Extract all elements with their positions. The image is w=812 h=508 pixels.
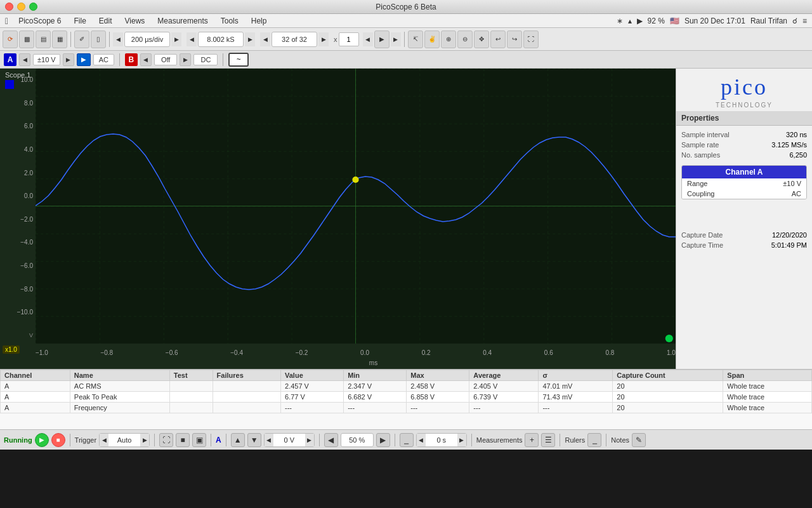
zoom-prev-btn[interactable]: ◀ — [324, 433, 338, 447]
rulers-btn[interactable]: ⎯ — [587, 433, 601, 447]
persistence-btn[interactable]: ▯ — [91, 30, 106, 48]
search-icon[interactable]: ☌ — [792, 17, 797, 25]
menu-picoscope[interactable]: PicoScope 6 — [13, 15, 66, 27]
voltage-prev[interactable]: ◀ — [265, 434, 273, 446]
waveform-type-btn-1[interactable]: ⟳ — [3, 30, 18, 48]
trigger-down-btn[interactable]: ▼ — [247, 433, 261, 447]
x-axis: −1.0 −0.8 −0.6 −0.4 −0.2 0.0 0.2 0.4 0.6… — [36, 349, 676, 356]
title-bar: PicoScope 6 Beta — [0, 0, 812, 14]
zoom-in-btn[interactable]: ⊕ — [441, 30, 456, 48]
rulers-label: Rulers — [565, 436, 585, 444]
cell-2-6: --- — [407, 403, 469, 413]
run-button[interactable]: ▶ — [35, 433, 49, 447]
play-btn[interactable]: ▶ — [374, 30, 390, 48]
voltage-next[interactable]: ▶ — [305, 434, 314, 446]
menu-tools[interactable]: Tools — [216, 15, 244, 27]
channel-b-prev[interactable]: ◀ — [140, 53, 152, 66]
expand-btn[interactable]: ⛶ — [159, 433, 173, 447]
col-header-span: Span — [723, 370, 812, 381]
timebase-prev[interactable]: ◀ — [113, 32, 123, 46]
list-icon[interactable]: ≡ — [802, 17, 807, 25]
zoom-next-btn[interactable]: ▶ — [376, 433, 390, 447]
pico-logo-text: pico — [716, 74, 773, 100]
trigger-prev[interactable]: ◀ — [100, 434, 108, 446]
col-header-min: Min — [344, 370, 407, 381]
pan-btn[interactable]: ✌ — [424, 30, 440, 48]
undo-btn[interactable]: ↩ — [490, 30, 506, 48]
channel-a-coupling[interactable]: AC — [93, 54, 114, 65]
trigger-next[interactable]: ▶ — [140, 434, 149, 446]
cell-1-1: Peak To Peak — [70, 392, 169, 403]
time-next[interactable]: ▶ — [457, 434, 466, 446]
y-label-6: 6.0 — [24, 123, 36, 130]
fit-btn[interactable]: ▣ — [192, 433, 206, 447]
zoom-fit-btn[interactable]: ✥ — [474, 30, 489, 48]
cell-1-8: 71.43 mV — [539, 392, 613, 403]
capture-time-value: 5:01:49 PM — [771, 241, 807, 249]
y-label-8: 8.0 — [24, 100, 36, 107]
sample-rate-label: Sample rate — [681, 141, 719, 149]
waveform-type-btn-4[interactable]: ▦ — [52, 30, 67, 48]
measurements-area: Channel Name Test Failures Value Min Max… — [0, 369, 812, 429]
channel-b-coupling: DC — [193, 54, 218, 65]
menu-file[interactable]: File — [69, 15, 91, 27]
close-button[interactable] — [5, 3, 13, 11]
wifi-icon: ▴ — [628, 17, 632, 25]
channel-a-prev[interactable]: ◀ — [19, 53, 30, 66]
waveform-type-btn-3[interactable]: ▤ — [36, 30, 51, 48]
channel-bar: A ◀ ±10 V ▶ ▶ AC B ◀ Off ▶ DC ~ — [0, 51, 812, 69]
y-label-4: 4.0 — [24, 146, 36, 153]
time-prev[interactable]: ◀ — [417, 434, 426, 446]
redo-btn[interactable]: ↪ — [507, 30, 522, 48]
math-channel-btn[interactable]: ~ — [228, 53, 249, 67]
maximize-button[interactable] — [29, 3, 37, 11]
measurements-table: Channel Name Test Failures Value Min Max… — [0, 370, 812, 413]
x-label-08: 0.8 — [605, 349, 614, 356]
status-sep-1 — [70, 434, 70, 446]
channel-a-play[interactable]: ▶ — [77, 53, 91, 66]
waveform-type-btn-2[interactable]: ▩ — [19, 30, 34, 48]
channel-info-box: Channel A Range ±10 V Coupling AC — [681, 165, 807, 199]
x-label-neg1: −1.0 — [36, 349, 48, 356]
zoom-out-btn[interactable]: ⊖ — [457, 30, 473, 48]
menu-measurements[interactable]: Measurements — [152, 15, 213, 27]
menu-views[interactable]: Views — [120, 15, 150, 27]
samples-next[interactable]: ▶ — [245, 32, 255, 46]
minimize-button[interactable] — [17, 3, 25, 11]
channel-a-color-indicator — [5, 80, 14, 89]
trigger-channel-label: A — [216, 436, 221, 444]
collapse-btn[interactable]: ■ — [176, 433, 190, 447]
playback-prev[interactable]: ◀ — [363, 32, 373, 46]
trigger-mode-value: Auto — [108, 436, 140, 444]
timebase-next[interactable]: ▶ — [171, 32, 181, 46]
menu-help[interactable]: Help — [246, 15, 272, 27]
capture-prev[interactable]: ◀ — [260, 32, 270, 46]
ruler-icon-btn[interactable]: ⎯ — [400, 433, 414, 447]
capture-group: 32 of 32 — [272, 32, 317, 47]
playback-next[interactable]: ▶ — [391, 32, 401, 46]
stop-button[interactable]: ■ — [51, 433, 65, 447]
measurements-config-btn[interactable]: ☰ — [541, 433, 555, 447]
y-unit: V — [29, 332, 36, 338]
notes-btn[interactable]: ✎ — [632, 433, 646, 447]
cell-0-7: 2.405 V — [469, 381, 539, 392]
apple-menu[interactable]:  — [5, 16, 8, 26]
cursor-btn[interactable]: ↸ — [408, 30, 423, 48]
status-sep-6 — [395, 434, 395, 446]
measurements-add-btn[interactable]: + — [525, 433, 539, 447]
channel-a-next[interactable]: ▶ — [63, 53, 74, 66]
status-dot — [665, 335, 673, 342]
samples-prev[interactable]: ◀ — [187, 32, 197, 46]
menu-edit[interactable]: Edit — [94, 15, 117, 27]
sample-interval-value: 320 ns — [786, 131, 807, 138]
capture-next[interactable]: ▶ — [318, 32, 329, 46]
trigger-up-btn[interactable]: ▲ — [231, 433, 245, 447]
x-input[interactable] — [339, 32, 359, 46]
y-label-0: 0.0 — [24, 192, 36, 199]
capture-time-label: Capture Time — [681, 241, 723, 249]
status-sep-4 — [226, 434, 226, 446]
screenshot-btn[interactable]: ⛶ — [523, 30, 539, 48]
cell-2-8: --- — [539, 403, 613, 413]
waveform-mode-btn[interactable]: ✐ — [74, 30, 89, 48]
channel-b-next[interactable]: ▶ — [180, 53, 191, 66]
